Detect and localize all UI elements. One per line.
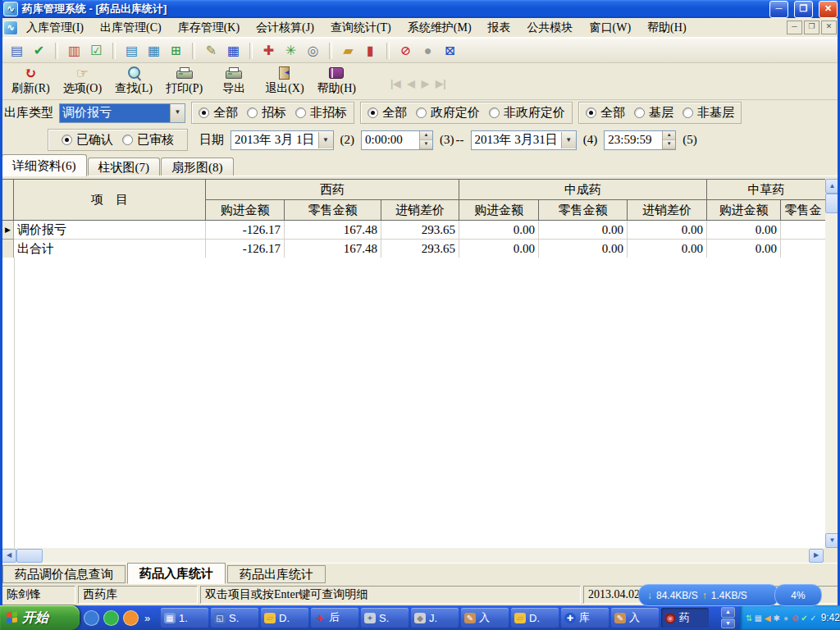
table-row[interactable]: 出合计 -126.17 167.48 293.65 0.00 0.00 0.00… <box>2 240 826 258</box>
radio-basic-level[interactable] <box>634 107 645 118</box>
radio-bidding[interactable] <box>247 107 258 118</box>
menu-window[interactable]: 窗口(W) <box>582 19 640 37</box>
outgo-type-combobox[interactable]: 调价报亏 ▼ <box>59 103 185 123</box>
task-button[interactable]: ▦1. <box>161 608 208 628</box>
settings-gear-icon[interactable]: ✱ <box>773 614 781 623</box>
start-button[interactable]: 开始 <box>0 605 80 630</box>
quicklaunch-more-icon[interactable]: » <box>144 612 150 624</box>
nav-prev-icon[interactable]: ◀ <box>408 78 415 89</box>
menu-common[interactable]: 公共模块 <box>519 19 582 37</box>
time-to-spinner[interactable]: 23:59:59 ▲▼ <box>604 130 676 150</box>
minimize-button[interactable]: ─ <box>769 1 788 18</box>
close-grid-icon[interactable]: ⊠ <box>440 41 460 61</box>
archive-folder-icon[interactable]: ▰ <box>338 41 358 61</box>
quicklaunch-media-icon[interactable] <box>123 610 139 626</box>
close-button[interactable]: ✕ <box>819 1 838 18</box>
menu-query[interactable]: 查询统计(T) <box>322 19 399 37</box>
thermometer-icon[interactable]: ▮ <box>360 41 381 61</box>
radio-non-basic-level[interactable] <box>682 107 693 118</box>
radio-gov-pricing[interactable] <box>416 107 427 118</box>
radio-all-pricing[interactable] <box>368 107 378 118</box>
volume-icon[interactable]: ◀ <box>763 614 771 623</box>
refresh-button[interactable]: ↻ 刷新(R) <box>11 64 50 96</box>
table-row[interactable]: ▶ 调价报亏 -126.17 167.48 293.65 0.00 0.00 0… <box>2 221 826 240</box>
menu-reports[interactable]: 报表 <box>480 19 519 37</box>
nav-next-icon[interactable]: ▶ <box>422 78 429 89</box>
date-to-picker[interactable]: 2013年 3月31日 ▼ <box>471 130 577 150</box>
chevron-down-icon[interactable]: ▼ <box>561 132 576 148</box>
network-activity-icon[interactable]: ⇅ <box>745 614 753 623</box>
time-from-spinner[interactable]: 0:00:00 ▲▼ <box>361 130 433 150</box>
display-icon[interactable]: ▦ <box>754 614 762 623</box>
tab-price-adjust-query[interactable]: 药品调价信息查询 <box>2 565 126 583</box>
menu-accounting[interactable]: 会计核算(J) <box>248 19 322 37</box>
scroll-up-icon[interactable]: ▲ <box>825 179 839 194</box>
restore-button[interactable]: ❐ <box>794 1 813 18</box>
radio-non-gov-pricing[interactable] <box>489 107 500 118</box>
mdi-restore-button[interactable]: ❐ <box>804 21 819 34</box>
menu-help[interactable]: 帮助(H) <box>639 19 694 37</box>
radio-all-level[interactable] <box>586 107 596 118</box>
task-button[interactable]: ✎入 <box>461 608 509 628</box>
horizontal-scroll-thumb[interactable] <box>16 549 43 563</box>
outgo-confirm-icon[interactable]: ☑ <box>86 41 107 61</box>
radio-all-bidding[interactable] <box>199 107 209 118</box>
task-button[interactable]: ✎入 <box>611 608 659 628</box>
options-button[interactable]: ☞ 选项(O) <box>63 64 102 96</box>
tree-search-icon[interactable]: ✳ <box>281 41 301 61</box>
tab-income-statistics[interactable]: 药品入库统计 <box>127 563 226 584</box>
spinner-buttons[interactable]: ▲▼ <box>662 131 675 149</box>
menu-maintenance[interactable]: 系统维护(M) <box>399 19 480 37</box>
scroll-left-icon[interactable]: ◀ <box>2 549 16 563</box>
task-button[interactable]: ▱D. <box>511 608 559 628</box>
report-chart-icon[interactable]: ▦ <box>144 41 164 61</box>
radio-audited[interactable] <box>122 135 133 145</box>
export-button[interactable]: 导出 <box>216 64 252 96</box>
date-from-picker[interactable]: 2013年 3月 1日 ▼ <box>231 130 334 150</box>
adjust-doc-icon[interactable]: ✎ <box>201 41 221 61</box>
task-button[interactable]: ✚库 <box>561 608 609 628</box>
menu-income[interactable]: 入库管理(I) <box>18 19 92 37</box>
task-button-pharmacy-active[interactable]: ◉药 <box>661 608 709 628</box>
tab-detail[interactable]: 详细资料(6) <box>2 154 87 176</box>
help-button[interactable]: 帮助(H) <box>317 64 356 96</box>
radio-confirmed[interactable] <box>62 135 72 145</box>
messenger-icon[interactable]: ✓ <box>809 614 817 623</box>
mdi-minimize-button[interactable]: ─ <box>787 21 802 34</box>
vertical-scrollbar[interactable]: ▲ ▼ <box>825 179 839 548</box>
mdi-close-button[interactable]: ✕ <box>821 21 837 34</box>
nav-last-icon[interactable]: ▶| <box>436 78 446 89</box>
exit-button[interactable]: 退出(X) <box>265 64 304 96</box>
menu-inventory[interactable]: 库存管理(K) <box>170 19 248 37</box>
medical-doc-icon[interactable]: ✚ <box>258 41 279 61</box>
task-button[interactable]: ✚后 <box>311 608 358 628</box>
no-entry-icon[interactable]: ⊘ <box>791 614 799 623</box>
magnifier-icon[interactable]: ◎ <box>303 41 323 61</box>
chevron-down-icon[interactable]: ▼ <box>170 104 185 122</box>
forbidden-icon[interactable]: ⊘ <box>395 41 416 61</box>
income-confirm-icon[interactable]: ✔ <box>29 41 49 61</box>
calculator-icon[interactable]: ⊞ <box>166 41 186 61</box>
task-button[interactable]: ▱D. <box>261 608 308 628</box>
task-button[interactable]: ✦S. <box>361 608 409 628</box>
tab-outgo-statistics[interactable]: 药品出库统计 <box>227 565 326 583</box>
outgo-entry-icon[interactable]: ▥ <box>64 41 84 61</box>
find-button[interactable]: 查找(L) <box>115 64 153 96</box>
spinner-buttons[interactable]: ▲▼ <box>419 131 432 149</box>
radio-non-bidding[interactable] <box>295 107 306 118</box>
taskbar-scroll-down-icon[interactable]: ▼ <box>721 619 735 629</box>
seal-icon[interactable]: ● <box>418 41 438 61</box>
menu-outgo[interactable]: 出库管理(C) <box>92 19 170 37</box>
scroll-right-icon[interactable]: ▶ <box>809 549 824 563</box>
scroll-down-icon[interactable]: ▼ <box>825 533 839 548</box>
quicklaunch-browser-icon[interactable] <box>84 610 99 626</box>
inventory-sheet-icon[interactable]: ▤ <box>121 41 142 61</box>
task-button[interactable]: ◱S. <box>211 608 258 628</box>
nav-first-icon[interactable]: |◀ <box>390 78 401 89</box>
taskbar-scroll-up-icon[interactable]: ▲ <box>721 607 735 618</box>
shield-check-icon[interactable]: ✔ <box>800 614 808 623</box>
tab-pie-chart[interactable]: 扇形图(8) <box>161 158 234 176</box>
print-button[interactable]: 打印(P) <box>166 64 203 96</box>
vertical-scroll-thumb[interactable] <box>825 194 839 213</box>
tab-bar-chart[interactable]: 柱状图(7) <box>88 158 161 176</box>
